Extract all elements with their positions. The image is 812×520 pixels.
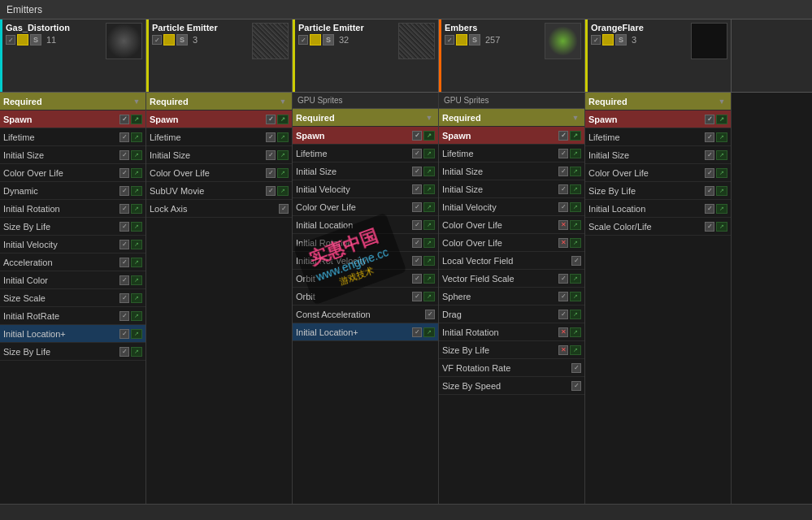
- module-checkbox[interactable]: [119, 168, 129, 178]
- mini-graph-icon[interactable]: ↗: [423, 274, 435, 284]
- mini-graph-icon[interactable]: ↗: [277, 150, 289, 160]
- module-checkbox[interactable]: [266, 168, 276, 178]
- module-checkbox[interactable]: [119, 186, 129, 196]
- module-row[interactable]: SubUV Movie↗: [146, 182, 292, 200]
- expand-arrow-icon[interactable]: ▼: [570, 112, 581, 124]
- module-row[interactable]: Initial Location+↗: [293, 323, 438, 341]
- module-row[interactable]: Initial Location↗: [293, 216, 438, 234]
- module-row[interactable]: Size By Life↗: [0, 343, 145, 361]
- module-row[interactable]: Lifetime↗: [439, 145, 584, 162]
- module-checkbox[interactable]: [558, 274, 568, 284]
- emitter-solo-icon[interactable]: [456, 34, 467, 46]
- module-checkbox[interactable]: [705, 186, 714, 196]
- module-row[interactable]: Initial Rotation↗: [439, 323, 584, 341]
- module-row[interactable]: Orbit↗: [293, 288, 438, 306]
- module-checkbox[interactable]: [571, 363, 581, 373]
- mini-graph-icon[interactable]: ↗: [570, 202, 581, 212]
- emitter-card-orange_flare[interactable]: OrangeFlareS3: [585, 20, 732, 92]
- module-row[interactable]: Orbit↗: [293, 270, 438, 288]
- mini-graph-icon[interactable]: ↗: [131, 275, 142, 285]
- module-checkbox[interactable]: [412, 327, 422, 337]
- mini-graph-icon[interactable]: ↗: [131, 222, 142, 232]
- module-checkbox[interactable]: [119, 115, 129, 124]
- mini-graph-icon[interactable]: ↗: [570, 184, 581, 194]
- module-checkbox[interactable]: [266, 132, 276, 142]
- emitter-s-button[interactable]: S: [30, 34, 41, 46]
- mini-graph-icon[interactable]: ↗: [131, 258, 142, 267]
- mini-graph-icon[interactable]: ↗: [423, 238, 435, 248]
- expand-arrow-icon[interactable]: ▼: [716, 96, 727, 107]
- module-row[interactable]: Initial Rot Velocity↗: [293, 252, 438, 270]
- module-row[interactable]: Initial Size↗: [439, 162, 584, 180]
- module-row[interactable]: Initial Velocity↗: [0, 236, 145, 254]
- module-row[interactable]: Size By Life↗: [439, 341, 584, 359]
- module-row[interactable]: Initial Location↗: [585, 200, 731, 218]
- emitter-card-particle_emitter_1[interactable]: Particle EmitterS3: [146, 20, 293, 92]
- mini-graph-icon[interactable]: ↗: [570, 220, 581, 230]
- module-row[interactable]: VF Rotation Rate: [439, 359, 584, 377]
- module-row[interactable]: Vector Field Scale↗: [439, 270, 584, 288]
- module-row[interactable]: Color Over Life↗: [439, 216, 584, 234]
- module-row[interactable]: Initial Velocity↗: [293, 180, 438, 198]
- module-row[interactable]: Drag↗: [439, 306, 584, 323]
- module-checkbox-red[interactable]: [558, 238, 568, 248]
- mini-graph-icon[interactable]: ↗: [131, 168, 142, 178]
- module-row[interactable]: Initial Rotation↗: [0, 200, 145, 218]
- module-checkbox-red[interactable]: [558, 220, 568, 230]
- module-row[interactable]: Size By Life↗: [585, 182, 731, 200]
- module-checkbox[interactable]: [558, 292, 568, 301]
- module-checkbox[interactable]: [119, 311, 129, 321]
- module-checkbox[interactable]: [571, 256, 581, 266]
- emitter-solo-icon[interactable]: [17, 34, 28, 46]
- expand-arrow-icon[interactable]: ▼: [131, 96, 142, 107]
- mini-graph-icon[interactable]: ↗: [423, 184, 435, 194]
- mini-graph-icon[interactable]: ↗: [570, 345, 581, 355]
- module-row[interactable]: Initial Size↗: [146, 146, 292, 164]
- module-row[interactable]: Initial Color↗: [0, 271, 145, 289]
- mini-graph-icon[interactable]: ↗: [716, 204, 727, 214]
- mini-graph-icon[interactable]: ↗: [277, 186, 289, 196]
- mini-graph-icon[interactable]: ↗: [423, 202, 435, 212]
- module-row[interactable]: Initial Rotation↗: [293, 234, 438, 252]
- module-row[interactable]: Required▼: [585, 93, 731, 110]
- module-row[interactable]: Color Over Life↗: [439, 234, 584, 252]
- emitter-solo-icon[interactable]: [602, 34, 614, 46]
- emitter-card-embers[interactable]: EmbersS257: [439, 20, 585, 92]
- module-checkbox[interactable]: [119, 240, 129, 249]
- module-checkbox-red[interactable]: [558, 327, 568, 337]
- module-row[interactable]: Initial Size↗: [293, 162, 438, 180]
- mini-graph-icon[interactable]: ↗: [277, 132, 289, 142]
- module-row[interactable]: Required▼: [439, 109, 584, 127]
- module-checkbox[interactable]: [279, 204, 289, 214]
- module-checkbox[interactable]: [558, 202, 568, 212]
- module-checkbox[interactable]: [119, 329, 129, 339]
- module-checkbox[interactable]: [412, 220, 422, 230]
- module-checkbox[interactable]: [119, 258, 129, 267]
- module-row[interactable]: Acceleration↗: [0, 254, 145, 271]
- module-checkbox[interactable]: [266, 150, 276, 160]
- mini-graph-icon[interactable]: ↗: [570, 131, 581, 141]
- mini-graph-icon[interactable]: ↗: [131, 204, 142, 214]
- module-checkbox[interactable]: [266, 115, 276, 124]
- module-checkbox[interactable]: [412, 202, 422, 212]
- module-checkbox[interactable]: [558, 149, 568, 158]
- module-checkbox[interactable]: [412, 149, 422, 158]
- module-checkbox[interactable]: [119, 222, 129, 232]
- module-checkbox[interactable]: [425, 310, 435, 319]
- mini-graph-icon[interactable]: ↗: [423, 167, 435, 176]
- module-checkbox[interactable]: [412, 274, 422, 284]
- module-checkbox[interactable]: [412, 292, 422, 301]
- module-checkbox-red[interactable]: [558, 345, 568, 355]
- mini-graph-icon[interactable]: ↗: [570, 149, 581, 158]
- expand-arrow-icon[interactable]: ▼: [277, 96, 289, 107]
- module-checkbox[interactable]: [119, 347, 129, 357]
- module-checkbox[interactable]: [266, 186, 276, 196]
- mini-graph-icon[interactable]: ↗: [423, 256, 435, 266]
- module-row[interactable]: Initial RotRate↗: [0, 307, 145, 325]
- module-checkbox[interactable]: [119, 275, 129, 285]
- mini-graph-icon[interactable]: ↗: [423, 327, 435, 337]
- mini-graph-icon[interactable]: ↗: [570, 238, 581, 248]
- module-checkbox[interactable]: [705, 222, 714, 232]
- module-row[interactable]: Required▼: [293, 109, 438, 127]
- module-row[interactable]: Spawn↗: [293, 127, 438, 145]
